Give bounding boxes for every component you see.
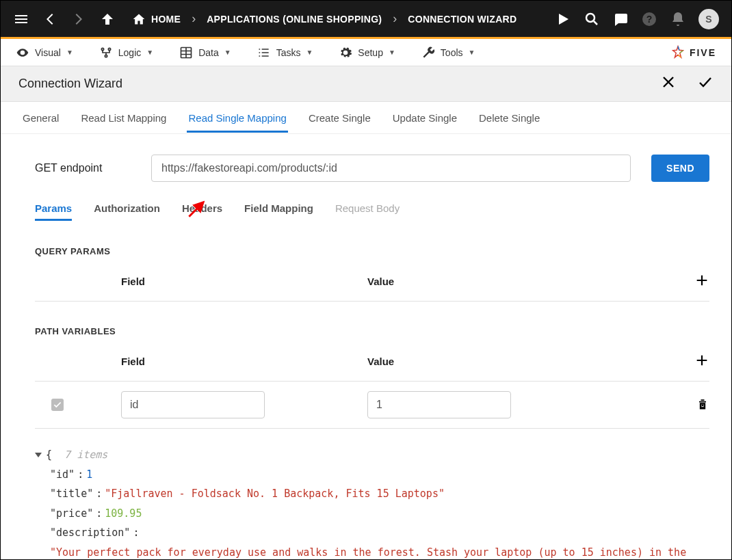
tool-label: Tasks xyxy=(276,47,301,58)
tool-label: Visual xyxy=(35,47,61,58)
row-checkbox[interactable] xyxy=(51,399,64,411)
wrench-icon xyxy=(421,46,435,59)
tool-setup[interactable]: Setup▼ xyxy=(339,46,395,59)
logo-icon xyxy=(670,45,685,60)
content-scroll[interactable]: General Read List Mapping Read Single Ma… xyxy=(1,103,731,559)
tool-label: Setup xyxy=(358,47,383,58)
tool-visual[interactable]: Visual▼ xyxy=(16,46,73,59)
app-topbar: HOME › APPLICATIONS (ONLINE SHOPPING) › … xyxy=(1,1,731,39)
close-button[interactable] xyxy=(660,74,677,94)
main-toolbar: Visual▼ Logic▼ Data▼ Tasks▼ Setup▼ Tools… xyxy=(1,39,731,66)
tool-tools[interactable]: Tools▼ xyxy=(421,46,475,59)
breadcrumb-page-label: CONNECTION WIZARD xyxy=(408,14,517,25)
avatar[interactable]: S xyxy=(698,9,719,29)
subtab-headers[interactable]: Headers xyxy=(182,197,222,221)
help-icon[interactable]: ? xyxy=(641,11,657,27)
send-button[interactable]: SEND xyxy=(651,155,709,182)
play-icon[interactable] xyxy=(555,11,571,27)
column-field: Field xyxy=(117,356,363,367)
gear-icon xyxy=(339,46,352,59)
json-item-count: 7 items xyxy=(64,449,107,461)
endpoint-label: GET endpoint xyxy=(35,162,131,174)
page-header: Connection Wizard xyxy=(1,66,731,102)
endpoint-input[interactable] xyxy=(151,155,631,182)
tab-read-list[interactable]: Read List Mapping xyxy=(81,104,166,132)
menu-icon[interactable] xyxy=(13,11,29,27)
subtab-request-body: Request Body xyxy=(335,197,400,221)
breadcrumb-app[interactable]: APPLICATIONS (ONLINE SHOPPING) xyxy=(207,14,382,25)
column-value: Value xyxy=(363,356,675,367)
breadcrumb-home[interactable]: HOME xyxy=(132,12,181,26)
brand-logo: FIVE xyxy=(670,45,716,60)
tab-update-single[interactable]: Update Single xyxy=(393,104,457,132)
add-path-variable-button[interactable] xyxy=(694,353,709,368)
bell-icon[interactable] xyxy=(670,11,686,27)
up-icon[interactable] xyxy=(99,11,116,27)
brand-text: FIVE xyxy=(690,47,716,58)
tool-data[interactable]: Data▼ xyxy=(179,46,231,59)
response-json: { 7 items "id":1 "title":"Fjallraven - F… xyxy=(35,445,709,559)
tool-label: Data xyxy=(198,47,219,58)
forward-icon xyxy=(70,11,87,27)
mapping-tabs: General Read List Mapping Read Single Ma… xyxy=(1,103,731,134)
column-value: Value xyxy=(363,276,675,287)
add-query-param-button[interactable] xyxy=(694,273,709,288)
request-subtabs: Params Authorization Headers Field Mappi… xyxy=(35,197,709,222)
back-icon[interactable] xyxy=(42,11,58,27)
tab-delete-single[interactable]: Delete Single xyxy=(479,104,540,132)
tool-tasks[interactable]: Tasks▼ xyxy=(257,46,313,59)
breadcrumb-page[interactable]: CONNECTION WIZARD xyxy=(408,14,517,25)
delete-row-button[interactable] xyxy=(696,397,709,411)
tab-create-single[interactable]: Create Single xyxy=(309,104,371,132)
tab-read-single[interactable]: Read Single Mapping xyxy=(188,104,286,132)
section-query-params: QUERY PARAMS xyxy=(35,246,709,256)
grid-icon xyxy=(179,46,193,59)
eye-icon xyxy=(16,46,29,59)
chat-icon[interactable] xyxy=(612,11,629,27)
tool-logic[interactable]: Logic▼ xyxy=(99,46,153,59)
svg-point-0 xyxy=(586,14,594,22)
tool-label: Tools xyxy=(441,47,463,58)
subtab-authorization[interactable]: Authorization xyxy=(94,197,160,221)
chevron-right-icon: › xyxy=(393,12,397,26)
breadcrumb: HOME › APPLICATIONS (ONLINE SHOPPING) › … xyxy=(132,12,517,26)
breadcrumb-home-label: HOME xyxy=(151,14,181,25)
breadcrumb-app-label: APPLICATIONS (ONLINE SHOPPING) xyxy=(207,14,382,25)
svg-point-5 xyxy=(105,55,107,57)
tab-general[interactable]: General xyxy=(23,104,59,132)
chevron-right-icon: › xyxy=(192,12,196,26)
path-var-value-input[interactable] xyxy=(367,391,511,418)
path-variable-row xyxy=(35,382,709,428)
svg-point-3 xyxy=(101,48,103,50)
page-title: Connection Wizard xyxy=(18,77,122,91)
search-icon[interactable] xyxy=(584,11,600,27)
path-var-field-input[interactable] xyxy=(121,391,265,418)
home-icon xyxy=(132,12,146,26)
section-path-variables: PATH VARIABLES xyxy=(35,326,709,336)
tasks-icon xyxy=(257,46,271,59)
column-field: Field xyxy=(117,276,363,287)
subtab-params[interactable]: Params xyxy=(35,197,72,221)
tool-label: Logic xyxy=(118,47,141,58)
confirm-button[interactable] xyxy=(697,74,714,94)
subtab-field-mapping[interactable]: Field Mapping xyxy=(244,197,313,221)
svg-text:?: ? xyxy=(646,14,653,25)
svg-point-4 xyxy=(108,48,110,50)
logic-icon xyxy=(99,46,113,59)
